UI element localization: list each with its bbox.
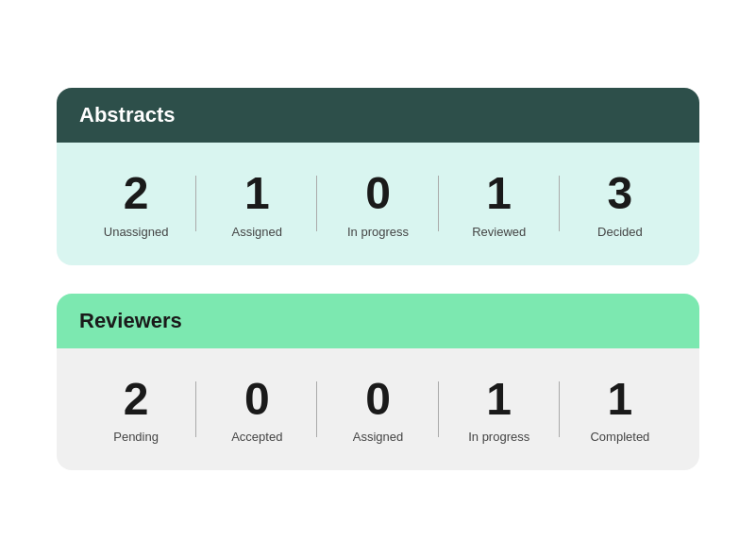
stat-label: Accepted	[231, 430, 282, 444]
reviewers-card: Reviewers 2 Pending 0 Accepted 0 Assigne…	[57, 294, 699, 471]
stat-label: Reviewed	[472, 225, 526, 239]
abstracts-stat-assigned: 1 Assigned	[196, 169, 317, 239]
stat-label: Completed	[590, 430, 649, 444]
reviewers-stat-pending: 2 Pending	[76, 375, 196, 445]
stat-label: Assigned	[353, 430, 403, 444]
stat-number: 1	[608, 375, 633, 425]
reviewers-stat-accepted: 0 Accepted	[196, 375, 317, 445]
abstracts-stat-in-progress: 0 In progress	[317, 169, 438, 239]
stat-number: 0	[365, 375, 391, 425]
reviewers-stat-assigned: 0 Assigned	[317, 375, 438, 445]
stat-label: Unassigned	[104, 225, 169, 239]
stat-label: Decided	[597, 225, 643, 239]
stat-label: In progress	[347, 225, 409, 239]
reviewers-header: Reviewers	[57, 294, 699, 348]
stat-number: 1	[244, 169, 270, 219]
reviewers-stat-completed: 1 Completed	[560, 375, 680, 445]
stat-label: Assigned	[232, 225, 282, 239]
stat-label: In progress	[468, 430, 529, 444]
reviewers-title: Reviewers	[79, 309, 677, 333]
stat-number: 0	[244, 375, 270, 425]
stat-number: 2	[124, 169, 149, 219]
stat-number: 1	[486, 375, 512, 425]
reviewers-body: 2 Pending 0 Accepted 0 Assigned 1 In pro…	[57, 348, 699, 471]
abstracts-body: 2 Unassigned 1 Assigned 0 In progress 1 …	[57, 143, 699, 265]
abstracts-header: Abstracts	[57, 88, 699, 143]
stat-number: 1	[486, 169, 512, 219]
abstracts-card: Abstracts 2 Unassigned 1 Assigned 0 In p…	[57, 88, 699, 265]
abstracts-stat-reviewed: 1 Reviewed	[439, 169, 560, 239]
abstracts-stat-unassigned: 2 Unassigned	[76, 169, 196, 239]
stat-number: 3	[608, 169, 633, 219]
stat-number: 0	[365, 169, 391, 219]
abstracts-title: Abstracts	[79, 103, 677, 127]
abstracts-stat-decided: 3 Decided	[560, 169, 680, 239]
stat-label: Pending	[113, 430, 159, 444]
reviewers-stat-in-progress: 1 In progress	[439, 375, 560, 445]
stat-number: 2	[124, 375, 149, 425]
